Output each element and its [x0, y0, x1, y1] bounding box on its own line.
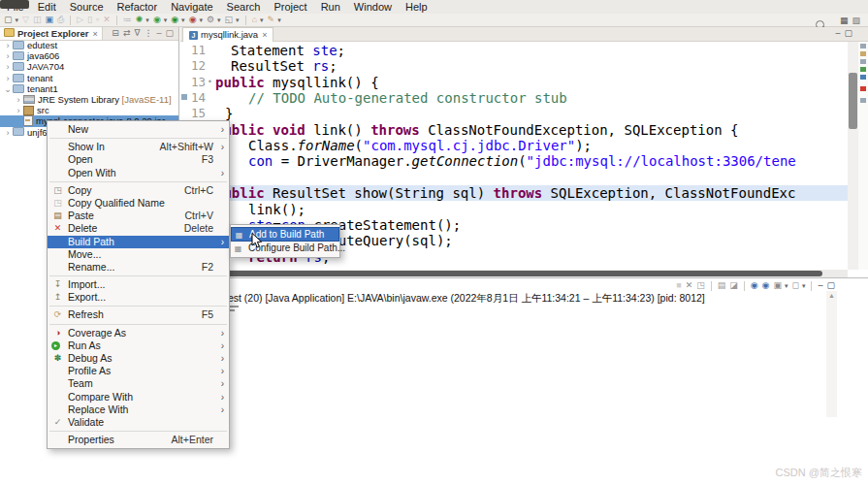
menubar-source[interactable]: Source	[63, 0, 111, 14]
toolbar-icon[interactable]: ▣	[45, 14, 53, 26]
toolbar-icon[interactable]: ◉	[171, 14, 178, 26]
toolbar-icon[interactable]: ⚙	[207, 14, 214, 26]
menu-item-run-as[interactable]: ▸Run As›	[48, 340, 229, 352]
menu-item-refresh[interactable]: ⟳RefreshF5	[48, 308, 229, 321]
submenu-item-configure-build-path[interactable]: ▦Configure Build Path...	[231, 242, 339, 256]
toolbar-icon[interactable]: ▢	[4, 14, 13, 26]
console-icon[interactable]: ■	[676, 279, 681, 292]
toolbar-icon[interactable]: ◉	[153, 14, 161, 26]
menu-item-show-in[interactable]: Show InAlt+Shift+W›	[48, 141, 229, 153]
toolbar-icon[interactable]: ▫	[96, 14, 99, 26]
perspective-icon[interactable]: ▨	[852, 15, 860, 27]
menu-item-new[interactable]: New›	[48, 123, 229, 136]
editor-window-icon[interactable]: ▢	[844, 28, 852, 38]
menu-item-open-with[interactable]: Open With›	[48, 167, 229, 179]
tree-item-src[interactable]: ›src	[0, 105, 178, 115]
toolbar-icon[interactable]: ◱	[225, 14, 234, 26]
close-icon[interactable]: ×	[262, 30, 267, 40]
vscroll-thumb[interactable]	[849, 73, 857, 129]
tree-chevron-icon[interactable]: ›	[4, 62, 12, 72]
console-icon[interactable]: ◉	[762, 279, 770, 292]
toolbar-dropdown-icon[interactable]: ▾	[164, 14, 168, 26]
fold-marker-icon[interactable]: •	[208, 75, 212, 90]
toolbar-icon[interactable]: ▽	[22, 14, 29, 26]
toolbar-icon[interactable]: ⎙	[57, 14, 64, 26]
console-icon[interactable]: ▣	[773, 279, 782, 292]
toolbar-icon[interactable]: ✎	[268, 14, 275, 26]
menubar-refactor[interactable]: Refactor	[111, 0, 165, 14]
tree-item-tenant[interactable]: ›tenant	[0, 73, 178, 83]
explorer-toolbar-icon[interactable]: ‒	[156, 28, 161, 38]
menubar-window[interactable]: Window	[347, 0, 399, 14]
toolbar-icon[interactable]: ⌂	[252, 14, 257, 26]
close-icon[interactable]: ×	[92, 29, 97, 39]
menu-item-import[interactable]: ↧Import...	[48, 278, 229, 291]
console-icon[interactable]: ◉	[751, 279, 758, 292]
toolbar-dropdown-icon[interactable]: ▾	[236, 14, 240, 26]
menu-item-debug-as[interactable]: ✽Debug As›	[48, 352, 229, 365]
editor-window-icon[interactable]: ‒	[835, 28, 840, 38]
toolbar-dropdown-icon[interactable]: ▾	[217, 14, 221, 26]
console-icon[interactable]: ◳	[696, 279, 705, 292]
menu-item-rename[interactable]: Rename...F2	[48, 261, 229, 274]
menu-item-coverage-as[interactable]: ◑Coverage As›	[48, 327, 229, 340]
horizontal-scrollbar[interactable]	[180, 270, 848, 277]
menubar-navigate[interactable]: Navigate	[164, 0, 219, 14]
menu-item-team[interactable]: Team›	[48, 377, 229, 390]
toolbar-icon[interactable]: ▯	[87, 14, 92, 26]
tree-chevron-icon[interactable]: ⌄	[4, 84, 12, 94]
explorer-toolbar-icon[interactable]: ⋮	[144, 28, 152, 38]
tab-mysqllink-java[interactable]: Jmysqllink.java×	[182, 27, 273, 42]
tree-item-edutest[interactable]: ›edutest	[0, 40, 178, 50]
menubar-project[interactable]: Project	[267, 0, 313, 14]
menu-item-replace-with[interactable]: Replace With›	[48, 404, 229, 416]
toolbar-dropdown-icon[interactable]: ▾	[199, 14, 203, 26]
submenu-item-add-to-build-path[interactable]: ▦Add to Build Path	[231, 227, 339, 242]
vertical-scrollbar[interactable]	[848, 42, 858, 270]
console-scrollbar[interactable]: ▲	[826, 291, 837, 417]
console-icon[interactable]: ◻	[791, 279, 798, 292]
menu-item-paste[interactable]: ▤PasteCtrl+V	[48, 210, 229, 222]
menu-item-export[interactable]: ↥Export...	[48, 291, 229, 304]
menubar-edit[interactable]: Edit	[31, 0, 63, 14]
explorer-toolbar-icon[interactable]: ⇄	[123, 28, 131, 38]
tree-chevron-icon[interactable]: ›	[4, 51, 12, 61]
explorer-toolbar-icon[interactable]: ⊟	[112, 28, 119, 38]
menu-item-properties[interactable]: PropertiesAlt+Enter	[48, 434, 229, 446]
menubar-search[interactable]: Search	[220, 0, 268, 14]
console-dropdown-icon[interactable]: ▾	[785, 279, 788, 292]
toolbar-dropdown-icon[interactable]: ▾	[16, 14, 19, 26]
explorer-toolbar-icon[interactable]: ∇	[134, 28, 140, 38]
menu-item-copy-qualified-name[interactable]: ◳Copy Qualified Name	[48, 197, 229, 210]
tree-chevron-icon[interactable]: ›	[15, 95, 22, 105]
toolbar-dropdown-icon[interactable]: ▾	[277, 14, 281, 26]
console-dropdown-icon[interactable]: ▾	[802, 279, 806, 292]
toolbar-dropdown-icon[interactable]: ▾	[145, 14, 149, 26]
tree-item-jre-system-library[interactable]: ›JRE System Library [JavaSE-11]	[0, 94, 178, 105]
toolbar-dropdown-icon[interactable]: ▾	[181, 14, 185, 26]
tree-chevron-icon[interactable]: ›	[15, 106, 22, 115]
toolbar-icon[interactable]: ✕	[103, 14, 111, 26]
perspective-icon[interactable]: ▦	[840, 15, 849, 27]
tree-item-java704[interactable]: ›JAVA704	[0, 61, 178, 72]
hscroll-thumb[interactable]	[209, 271, 822, 276]
toolbar-dropdown-icon[interactable]: ▾	[260, 14, 264, 26]
menu-item-profile-as[interactable]: Profile As›	[48, 365, 229, 377]
tree-chevron-icon[interactable]: ›	[4, 74, 12, 83]
menubar-run[interactable]: Run	[314, 0, 347, 14]
menu-item-build-path[interactable]: Build Path›	[48, 236, 229, 248]
menubar-help[interactable]: Help	[399, 0, 434, 14]
menu-item-copy[interactable]: ◳CopyCtrl+C	[48, 184, 229, 197]
console-icon[interactable]: ‒	[818, 279, 822, 292]
tree-chevron-icon[interactable]: ›	[4, 128, 12, 138]
menu-item-open[interactable]: OpenF3	[48, 153, 229, 166]
toolbar-icon[interactable]: ◫	[33, 14, 42, 26]
toolbar-icon[interactable]: ✺	[136, 14, 144, 26]
console-icon[interactable]: ▤	[718, 279, 726, 292]
console-icon[interactable]: ◪	[729, 279, 738, 292]
explorer-toolbar-icon[interactable]: ▢	[165, 28, 174, 38]
toolbar-icon[interactable]: ▷	[77, 14, 83, 26]
tree-chevron-icon[interactable]: ›	[4, 41, 12, 50]
menu-item-delete[interactable]: ✕DeleteDelete	[48, 222, 229, 235]
toolbar-icon[interactable]: ◉	[189, 14, 197, 26]
